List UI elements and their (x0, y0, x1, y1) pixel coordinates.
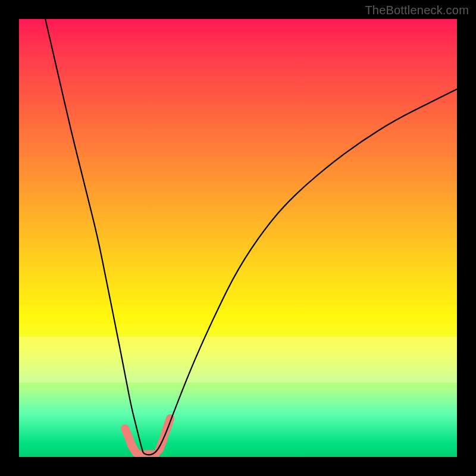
bottleneck-curve (45, 19, 457, 455)
chart-frame: TheBottleneck.com (0, 0, 476, 476)
plot-area (19, 19, 457, 457)
watermark-text: TheBottleneck.com (365, 4, 469, 17)
curve-layer (19, 19, 457, 457)
trough-markers (125, 418, 170, 454)
